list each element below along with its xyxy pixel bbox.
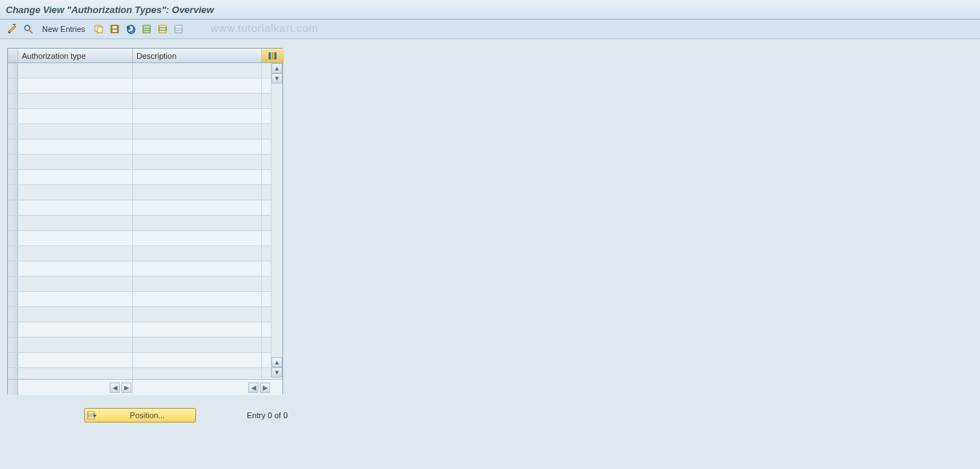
svg-rect-9 [143, 25, 150, 33]
table-row[interactable] [8, 216, 282, 231]
table-settings-icon[interactable] [262, 49, 284, 62]
table-row[interactable] [8, 170, 282, 185]
scroll-right-end-icon[interactable]: ▶ [260, 383, 270, 393]
table-row[interactable] [8, 353, 282, 368]
new-entries-button[interactable]: New Entries [38, 23, 89, 35]
table-row[interactable] [8, 246, 282, 261]
authorization-types-table: Authorization type Description [7, 48, 283, 394]
select-block-icon[interactable] [156, 23, 169, 36]
table-row[interactable] [8, 292, 282, 307]
title-bar: Change View "Authorization Types": Overv… [0, 0, 980, 20]
table-row[interactable] [8, 78, 282, 94]
vertical-scrollbar[interactable]: ▲ ▼ ▲ ▼ [271, 63, 282, 378]
content-area: Authorization type Description [0, 39, 980, 469]
page-title: Change View "Authorization Types": Overv… [6, 4, 214, 15]
table-row[interactable] [8, 124, 282, 139]
table-row[interactable] [8, 94, 282, 109]
row-selector-header[interactable] [8, 49, 18, 62]
scroll-left-end-icon[interactable]: ◀ [248, 383, 258, 393]
find-icon[interactable] [22, 23, 35, 36]
position-icon [85, 409, 99, 422]
save-icon[interactable] [108, 23, 121, 36]
table-row[interactable] [8, 338, 282, 353]
table-body [8, 63, 282, 379]
svg-rect-14 [175, 25, 182, 33]
scroll-left-icon[interactable]: ◀ [110, 383, 120, 393]
svg-rect-20 [274, 52, 277, 60]
table-row[interactable] [8, 63, 282, 78]
svg-rect-7 [113, 26, 117, 28]
column-header-authorization-type[interactable]: Authorization type [18, 49, 133, 62]
svg-rect-19 [271, 52, 274, 60]
table-row[interactable] [8, 139, 282, 155]
watermark-text: www.tutorialkart.com [211, 22, 318, 34]
svg-rect-8 [113, 30, 117, 32]
table-row[interactable] [8, 277, 282, 292]
toggle-display-change-icon[interactable] [6, 23, 19, 36]
table-header: Authorization type Description [8, 49, 282, 63]
select-all-icon[interactable] [140, 23, 153, 36]
table-row[interactable] [8, 109, 282, 124]
svg-rect-18 [269, 52, 271, 60]
table-row[interactable] [8, 261, 282, 277]
horizontal-scrollbar[interactable]: ◀ ▶ ◀ ▶ [8, 379, 282, 395]
scroll-up-icon[interactable]: ▲ [271, 63, 282, 73]
column-header-description[interactable]: Description [133, 49, 262, 62]
table-row[interactable] [8, 185, 282, 200]
table-row[interactable] [8, 231, 282, 246]
scroll-down-top-icon[interactable]: ▼ [271, 73, 282, 83]
scroll-up-bottom-icon[interactable]: ▲ [271, 357, 282, 367]
svg-rect-5 [97, 27, 102, 33]
svg-rect-13 [159, 28, 166, 30]
table-footer-row: Position... Entry 0 of 0 [7, 408, 298, 423]
table-row[interactable] [8, 307, 282, 322]
table-row[interactable] [8, 368, 282, 379]
deselect-all-icon[interactable] [172, 23, 185, 36]
table-row[interactable] [8, 322, 282, 338]
entry-count-text: Entry 0 of 0 [247, 411, 287, 420]
position-button-label: Position... [99, 411, 195, 420]
position-button[interactable]: Position... [84, 408, 196, 423]
undo-icon[interactable] [124, 23, 137, 36]
table-row[interactable] [8, 200, 282, 216]
copy-icon[interactable] [92, 23, 105, 36]
scroll-right-icon[interactable]: ▶ [121, 383, 131, 393]
application-toolbar: New Entries [0, 20, 980, 39]
scroll-down-icon[interactable]: ▼ [271, 367, 282, 378]
table-row[interactable] [8, 155, 282, 170]
svg-line-3 [29, 30, 32, 33]
